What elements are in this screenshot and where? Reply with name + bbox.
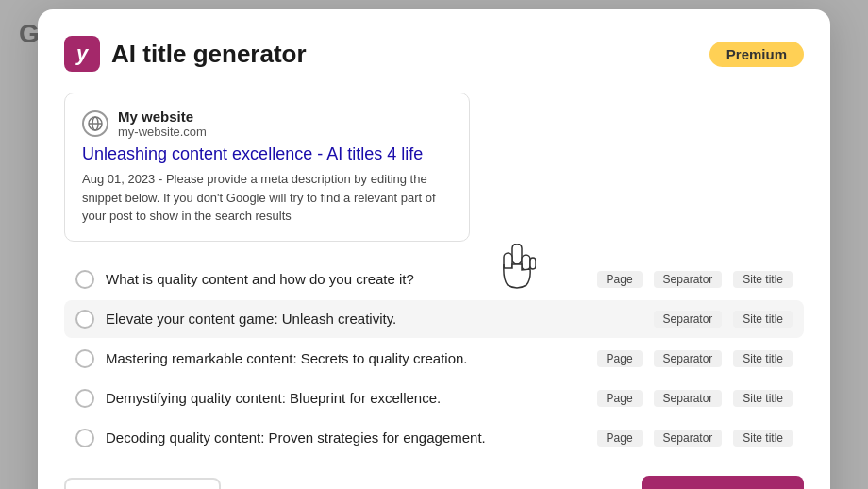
preview-link[interactable]: Unleashing content excellence - AI title… (82, 144, 452, 164)
apply-button[interactable]: ✓ Apply AI title (642, 476, 804, 490)
modal-footer: Generate 5 more ✓ Apply AI title (64, 476, 804, 490)
options-list: What is quality content and how do you c… (64, 261, 804, 457)
tag-site-title-0: Site title (733, 271, 793, 288)
tag-page-4: Page (597, 430, 643, 447)
tag-separator-1: Separator (654, 311, 723, 328)
globe-icon (82, 110, 108, 137)
tag-page-3: Page (597, 390, 643, 407)
tag-separator-2: Separator (654, 350, 723, 367)
option-text-2: Mastering remarkable content: Secrets to… (106, 350, 586, 366)
radio-btn-0[interactable] (75, 270, 94, 289)
option-row-0[interactable]: What is quality content and how do you c… (64, 261, 804, 298)
tag-site-title-4: Site title (733, 430, 793, 447)
modal-header: y AI title generator Premium (64, 36, 804, 72)
tag-separator-0: Separator (654, 271, 723, 288)
option-row-4[interactable]: Decoding quality content: Proven strateg… (64, 419, 804, 457)
tag-page-2: Page (597, 350, 643, 367)
generate-button[interactable]: Generate 5 more (64, 478, 221, 489)
radio-btn-1[interactable] (75, 310, 94, 329)
option-text-1: Elevate your content game: Unleash creat… (106, 311, 643, 327)
option-text-0: What is quality content and how do you c… (106, 271, 586, 287)
site-url: my-website.com (118, 125, 207, 139)
option-row-2[interactable]: Mastering remarkable content: Secrets to… (64, 340, 804, 378)
modal-container: y AI title generator Premium My website … (38, 9, 830, 489)
radio-btn-4[interactable] (75, 429, 94, 447)
option-row-3[interactable]: Demystifying quality content: Blueprint … (64, 379, 804, 417)
option-text-3: Demystifying quality content: Blueprint … (106, 390, 586, 406)
premium-badge: Premium (709, 42, 804, 67)
site-preview-top: My website my-website.com (82, 109, 452, 139)
tag-site-title-3: Site title (733, 390, 793, 407)
radio-btn-3[interactable] (75, 389, 94, 408)
tag-separator-4: Separator (654, 430, 723, 447)
site-name: My website (118, 109, 207, 125)
site-preview-box: My website my-website.com Unleashing con… (64, 93, 470, 242)
radio-btn-2[interactable] (75, 349, 94, 368)
modal-overlay: y AI title generator Premium My website … (0, 0, 868, 489)
site-info: My website my-website.com (118, 109, 207, 139)
yoast-logo: y (64, 36, 100, 72)
tag-page-0: Page (597, 271, 643, 288)
tag-site-title-2: Site title (733, 350, 793, 367)
option-text-4: Decoding quality content: Proven strateg… (106, 430, 586, 446)
preview-meta: Aug 01, 2023 - Please provide a meta des… (82, 170, 452, 226)
tag-site-title-1: Site title (733, 311, 793, 328)
option-row-1[interactable]: Elevate your content game: Unleash creat… (64, 300, 804, 338)
modal-title: AI title generator (111, 40, 698, 69)
tag-separator-3: Separator (654, 390, 723, 407)
